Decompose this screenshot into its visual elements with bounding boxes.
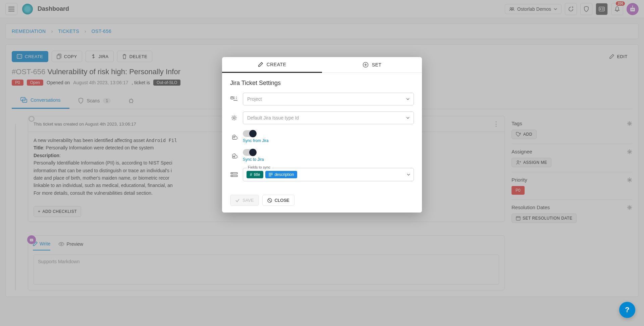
modal-tab-create[interactable]: CREATE (222, 57, 322, 73)
sync-to-label: Sync to Jira (243, 157, 264, 162)
plus-circle-icon (363, 62, 369, 68)
modal-title: Jira Ticket Settings (230, 80, 414, 87)
project-icon (230, 96, 238, 102)
issue-type-select[interactable]: Default Jira Issue type Id (243, 111, 414, 124)
sync-from-label: Sync from Jira (243, 138, 269, 143)
sync-to-jira-toggle[interactable] (243, 149, 256, 156)
modal-tab-set[interactable]: SET (322, 57, 422, 73)
cloud-up-icon (230, 134, 238, 140)
fields-legend: Fields to sync (247, 165, 272, 169)
project-select[interactable]: Project (243, 93, 414, 105)
fields-icon (230, 172, 238, 178)
issue-type-icon (230, 114, 238, 121)
close-button[interactable]: CLOSE (262, 195, 294, 206)
fields-to-sync-select[interactable]: Fields to sync #title description (243, 168, 414, 181)
svg-point-25 (233, 117, 235, 119)
cancel-icon (267, 198, 272, 203)
help-fab[interactable]: ? (619, 302, 635, 318)
sync-from-jira-toggle[interactable] (243, 130, 256, 137)
modal-overlay[interactable]: CREATE SET Jira Ticket Settings Project … (0, 0, 644, 326)
cloud-down-icon (230, 152, 238, 158)
caret-down-icon (407, 174, 410, 176)
pencil-icon (258, 62, 263, 67)
caret-down-icon (406, 117, 410, 119)
field-chip-description[interactable]: description (265, 171, 297, 178)
field-chip-title[interactable]: #title (247, 171, 263, 178)
hash-icon: # (250, 172, 252, 177)
jira-settings-modal: CREATE SET Jira Ticket Settings Project … (222, 57, 422, 213)
lines-icon (269, 173, 273, 176)
caret-down-icon (406, 98, 410, 100)
check-icon (235, 198, 240, 202)
save-button[interactable]: SAVE (230, 195, 259, 206)
